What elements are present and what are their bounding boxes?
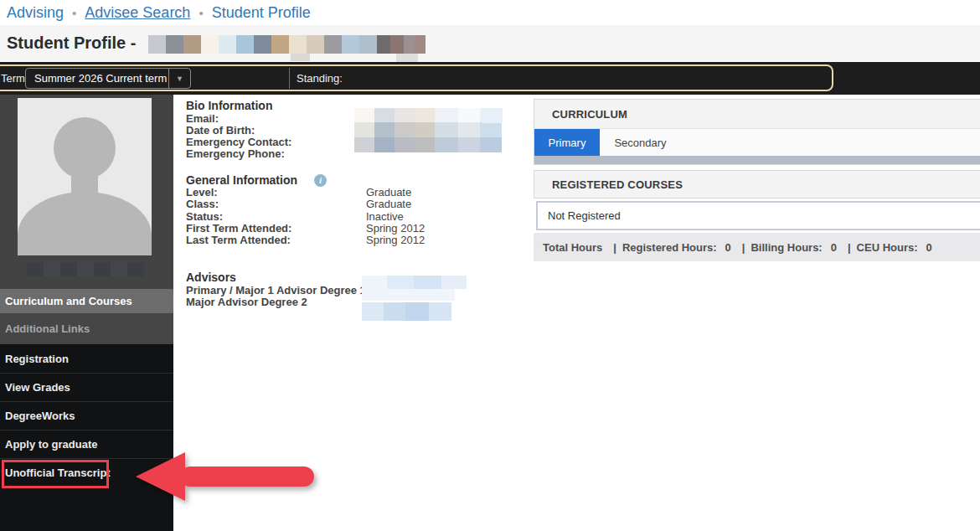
general-label-level: Level: (186, 187, 366, 198)
redacted-advisor-value (362, 276, 467, 289)
chevron-down-icon[interactable]: ▼ (168, 69, 190, 88)
billing-hours-label: Billing Hours: (750, 241, 822, 254)
general-label-class: Class: (186, 198, 366, 210)
term-label: Term: (1, 72, 28, 85)
breadcrumb-separator: • (72, 6, 76, 20)
redacted-advisor-value (362, 289, 455, 301)
bio-label-email: Email: (186, 113, 291, 125)
bio-label-emergency-phone: Emergency Phone: (186, 148, 291, 160)
page-title: Student Profile - (7, 34, 136, 53)
breadcrumb-advising[interactable]: Advising (7, 4, 64, 22)
student-sidebar: Curriculum and Courses Additional Links … (0, 95, 173, 531)
standing-label: Standing: (297, 72, 343, 85)
breadcrumb-advisee-search[interactable]: Advisee Search (85, 4, 190, 22)
info-icon[interactable]: i (314, 174, 327, 187)
sidebar-item-curriculum-and-courses[interactable]: Curriculum and Courses (0, 289, 173, 313)
term-dropdown-value: Summer 2026 Current term (26, 72, 168, 85)
student-photo-placeholder (18, 98, 152, 255)
bio-labels: Email: Date of Birth: Emergency Contact:… (186, 113, 291, 160)
term-bar-divider (289, 68, 290, 89)
billing-hours-value: 0 (831, 241, 837, 254)
total-hours-label: Total Hours (543, 241, 602, 254)
sidebar-item-apply-to-graduate[interactable]: Apply to graduate (0, 430, 173, 458)
redacted-advisor-value (362, 302, 451, 321)
term-bar: Term: Summer 2026 Current term ▼ Standin… (0, 62, 980, 95)
ceu-hours-value: 0 (926, 241, 932, 254)
curriculum-tabs: Primary Secondary (534, 128, 980, 156)
registered-hours-value: 0 (725, 241, 731, 254)
general-information-title: General Information (186, 173, 297, 187)
registered-hours-label: Registered Hours: (622, 241, 717, 254)
curriculum-card: CURRICULUM Primary Secondary (534, 99, 980, 165)
curriculum-tab-strip (534, 156, 980, 164)
tab-secondary[interactable]: Secondary (600, 129, 681, 156)
bio-label-emergency-contact: Emergency Contact: (186, 137, 291, 148)
totals-separator: | (848, 241, 851, 254)
advisors-title: Advisors (186, 271, 236, 284)
sidebar-item-view-grades[interactable]: View Grades (0, 373, 173, 401)
redacted-student-name-fragment (291, 54, 310, 61)
bio-label-date-of-birth: Date of Birth: (186, 125, 291, 137)
sidebar-item-additional-links[interactable]: Additional Links (0, 313, 173, 344)
general-value-first-term: Spring 2012 (366, 223, 425, 235)
redacted-student-name (148, 35, 426, 54)
registered-courses-card: REGISTERED COURSES Not Registered Total … (534, 170, 980, 261)
general-information-rows: Level:Graduate Class:Graduate Status:Ina… (186, 187, 425, 246)
general-value-status: Inactive (366, 211, 404, 223)
curriculum-header: CURRICULUM (534, 100, 980, 128)
not-registered-status: Not Registered (536, 201, 980, 230)
advisor-labels: Primary / Major 1 Advisor Degree 1 Major… (186, 285, 366, 308)
tab-primary[interactable]: Primary (534, 129, 600, 156)
general-label-last-term: Last Term Attended: (186, 235, 366, 246)
redacted-bio-values (354, 108, 502, 152)
student-details: Bio Information Email: Date of Birth: Em… (186, 95, 529, 531)
term-dropdown[interactable]: Summer 2026 Current term ▼ (25, 68, 191, 89)
advisor-label-primary: Primary / Major 1 Advisor Degree 1 (186, 285, 366, 296)
sidebar-item-registration[interactable]: Registration (0, 344, 173, 373)
person-silhouette-icon (18, 98, 152, 255)
redacted-bio-values-fragment (482, 108, 503, 123)
totals-separator: | (613, 241, 616, 254)
general-value-last-term: Spring 2012 (366, 235, 425, 246)
totals-separator: | (742, 241, 745, 254)
page-title-bar: Student Profile - (0, 25, 980, 61)
registered-courses-header: REGISTERED COURSES (534, 170, 980, 198)
breadcrumb: Advising • Advisee Search • Student Prof… (0, 0, 980, 25)
bio-information-title: Bio Information (186, 99, 272, 112)
redacted-sidebar-name (27, 262, 144, 276)
general-value-class: Graduate (366, 198, 411, 210)
breadcrumb-separator: • (199, 6, 203, 20)
sidebar-item-degreeworks[interactable]: DegreeWorks (0, 401, 173, 430)
ceu-hours-label: CEU Hours: (857, 241, 918, 254)
sidebar-item-unofficial-transcript[interactable]: Unofficial Transcript (0, 458, 173, 487)
breadcrumb-student-profile: Student Profile (212, 4, 311, 22)
general-label-status: Status: (186, 211, 366, 223)
hours-totals-row: Total Hours | Registered Hours: 0 | Bill… (534, 233, 980, 261)
general-value-level: Graduate (366, 187, 411, 198)
general-label-first-term: First Term Attended: (186, 223, 366, 235)
advisor-label-major-2: Major Advisor Degree 2 (186, 296, 366, 308)
sidebar-filler (0, 487, 173, 531)
